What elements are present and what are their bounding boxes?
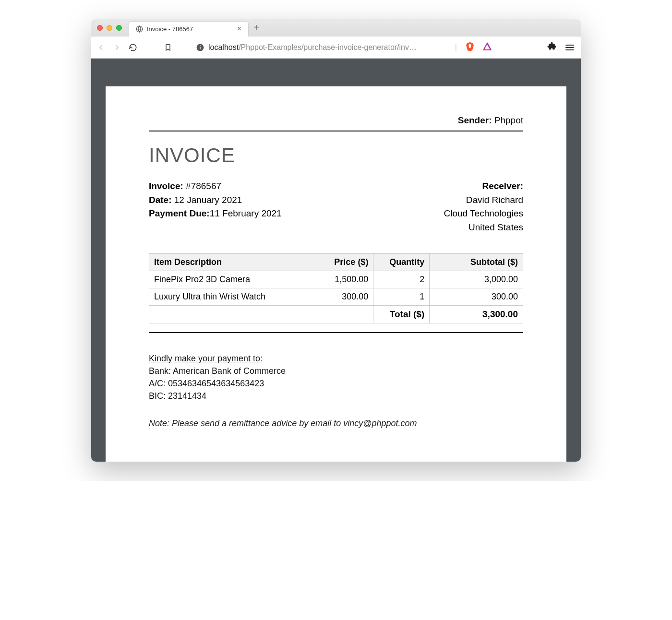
cell-price: 300.00	[306, 288, 373, 306]
traffic-lights	[97, 25, 122, 31]
total-label: Total ($)	[373, 306, 430, 323]
page-viewport: Sender: Phppot INVOICE Invoice: #786567 …	[91, 59, 581, 462]
tab-title: Invoice - 786567	[147, 25, 193, 33]
cell-qty: 1	[373, 288, 430, 306]
invoice-meta-left: Invoice: #786567 Date: 12 January 2021 P…	[149, 179, 282, 234]
close-window-button[interactable]	[97, 25, 103, 31]
close-tab-icon[interactable]: ×	[237, 24, 241, 33]
cell-price: 1,500.00	[306, 271, 373, 288]
total-row: Total ($) 3,300.00	[149, 306, 523, 323]
total-value: 3,300.00	[430, 306, 523, 323]
col-subtotal: Subtotal ($)	[430, 254, 523, 271]
payment-info: Kindly make your payment to: Bank: Ameri…	[149, 352, 523, 402]
svg-point-3	[200, 45, 201, 46]
url-path: /Phppot-Examples/purchase-invoice-genera…	[239, 43, 417, 51]
sender-line: Sender: Phppot	[149, 115, 523, 126]
info-icon[interactable]	[196, 43, 204, 52]
date-label: Date:	[149, 195, 172, 205]
url-host: localhost	[208, 43, 239, 51]
forward-button[interactable]	[113, 44, 120, 51]
note: Note: Please send a remittance advice by…	[149, 418, 523, 429]
cell-subtotal: 300.00	[430, 288, 523, 306]
menu-icon[interactable]	[565, 45, 574, 50]
svg-rect-2	[200, 47, 201, 49]
cell-qty: 2	[373, 271, 430, 288]
invoice-meta-right: Receiver: David Richard Cloud Technologi…	[444, 179, 524, 234]
payment-bic: BIC: 23141434	[149, 390, 523, 402]
toolbar: localhost/Phppot-Examples/purchase-invoi…	[91, 36, 581, 59]
cell-desc: Luxury Ultra thin Wrist Watch	[149, 288, 306, 306]
col-price: Price ($)	[306, 254, 373, 271]
table-row: Luxury Ultra thin Wrist Watch300.001300.…	[149, 288, 523, 306]
invoice-document: Sender: Phppot INVOICE Invoice: #786567 …	[106, 86, 566, 462]
col-qty: Quantity	[373, 254, 430, 271]
reload-button[interactable]	[129, 43, 137, 52]
invoice-heading: INVOICE	[149, 144, 523, 167]
col-desc: Item Description	[149, 254, 306, 271]
browser-window: Invoice - 786567 × + localhost/Phppot-Ex…	[91, 19, 581, 462]
items-table: Item Description Price ($) Quantity Subt…	[149, 253, 523, 323]
browser-tab[interactable]: Invoice - 786567 ×	[129, 21, 249, 36]
globe-icon	[136, 25, 143, 33]
payment-heading: Kindly make your payment to	[149, 354, 260, 363]
invoice-no: #786567	[186, 181, 221, 191]
maximize-window-button[interactable]	[116, 25, 122, 31]
bookmark-icon[interactable]	[164, 43, 172, 52]
invoice-no-label: Invoice:	[149, 181, 183, 191]
brave-triangle-icon[interactable]	[483, 42, 492, 53]
extensions-icon[interactable]	[547, 41, 557, 53]
table-row: FinePix Pro2 3D Camera1,500.0023,000.00	[149, 271, 523, 288]
address-bar[interactable]: localhost/Phppot-Examples/purchase-invoi…	[196, 43, 446, 52]
due-value: 11 February 2021	[210, 208, 282, 218]
receiver-company: Cloud Technologies	[444, 207, 524, 221]
new-tab-button[interactable]: +	[253, 22, 259, 33]
receiver-country: United States	[444, 221, 524, 235]
sender-label: Sender:	[458, 115, 492, 125]
payment-bank: Bank: American Bank of Commerce	[149, 365, 523, 377]
date-value: 12 January 2021	[174, 195, 242, 205]
receiver-label: Receiver:	[482, 181, 523, 191]
due-label: Payment Due:	[149, 208, 210, 218]
back-button[interactable]	[98, 44, 105, 51]
payment-ac: A/C: 05346346543634563423	[149, 377, 523, 390]
cell-subtotal: 3,000.00	[430, 271, 523, 288]
divider	[149, 131, 523, 131]
divider	[149, 332, 523, 333]
brave-shield-icon[interactable]	[466, 42, 474, 53]
receiver-name: David Richard	[444, 193, 524, 207]
minimize-window-button[interactable]	[107, 25, 112, 31]
invoice-meta: Invoice: #786567 Date: 12 January 2021 P…	[149, 179, 523, 234]
cell-desc: FinePix Pro2 3D Camera	[149, 271, 306, 288]
titlebar: Invoice - 786567 × +	[91, 19, 581, 36]
sender-name: Phppot	[494, 115, 523, 125]
table-header-row: Item Description Price ($) Quantity Subt…	[149, 254, 523, 271]
